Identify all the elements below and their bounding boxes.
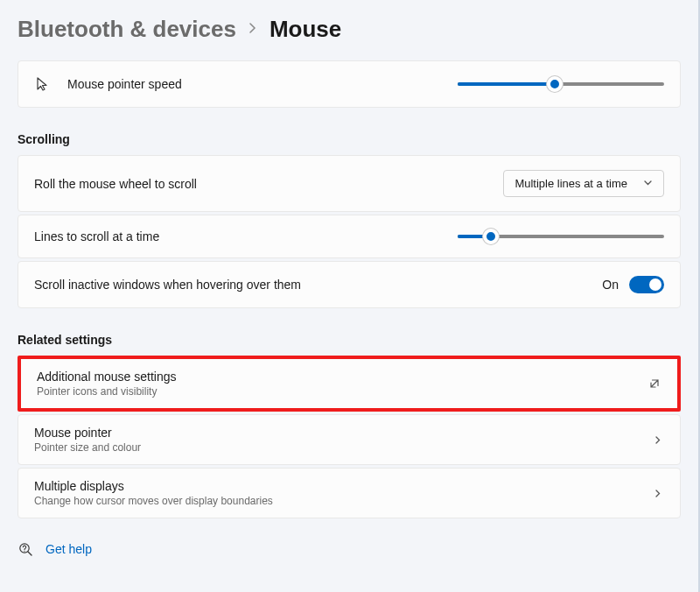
related-section-header: Related settings xyxy=(18,333,681,347)
inactive-windows-toggle[interactable] xyxy=(629,276,664,293)
inactive-windows-state: On xyxy=(602,278,619,292)
breadcrumb: Bluetooth & devices Mouse xyxy=(18,16,681,43)
pointer-speed-label: Mouse pointer speed xyxy=(67,77,182,91)
lines-to-scroll-label: Lines to scroll at a time xyxy=(34,229,159,243)
chevron-down-icon xyxy=(643,177,653,190)
scroll-wheel-dropdown[interactable]: Multiple lines at a time xyxy=(503,170,664,197)
inactive-windows-label: Scroll inactive windows when hovering ov… xyxy=(34,278,301,292)
external-link-icon xyxy=(648,377,662,391)
lines-to-scroll-slider[interactable] xyxy=(458,235,664,238)
help-icon xyxy=(18,541,33,557)
related-additional-mouse-settings[interactable]: Additional mouse settings Pointer icons … xyxy=(18,356,681,412)
related-mouse-pointer[interactable]: Mouse pointer Pointer size and colour xyxy=(18,414,681,465)
related-item-subtitle: Pointer size and colour xyxy=(34,441,141,454)
related-item-title: Mouse pointer xyxy=(34,426,141,440)
scroll-wheel-selected: Multiple lines at a time xyxy=(514,177,627,190)
breadcrumb-current: Mouse xyxy=(270,16,341,43)
inactive-windows-row: Scroll inactive windows when hovering ov… xyxy=(18,261,681,308)
related-multiple-displays[interactable]: Multiple displays Change how cursor move… xyxy=(18,468,681,518)
pointer-speed-slider[interactable] xyxy=(458,82,664,86)
breadcrumb-parent[interactable]: Bluetooth & devices xyxy=(18,16,236,43)
related-item-subtitle: Pointer icons and visibility xyxy=(37,385,177,398)
pointer-speed-row: Mouse pointer speed xyxy=(18,60,681,108)
help-row: Get help xyxy=(18,541,681,557)
chevron-right-icon xyxy=(650,433,664,447)
scroll-wheel-row: Roll the mouse wheel to scroll Multiple … xyxy=(18,155,681,212)
scrolling-section-header: Scrolling xyxy=(18,132,681,146)
related-item-subtitle: Change how cursor moves over display bou… xyxy=(34,495,273,507)
svg-point-1 xyxy=(24,550,24,551)
lines-to-scroll-row: Lines to scroll at a time xyxy=(18,215,681,258)
chevron-right-icon xyxy=(650,486,664,500)
get-help-link[interactable]: Get help xyxy=(46,542,92,556)
cursor-icon xyxy=(34,75,52,93)
related-item-title: Multiple displays xyxy=(34,479,273,493)
scroll-wheel-label: Roll the mouse wheel to scroll xyxy=(34,177,197,191)
chevron-right-icon xyxy=(248,22,257,38)
related-item-title: Additional mouse settings xyxy=(37,370,177,384)
